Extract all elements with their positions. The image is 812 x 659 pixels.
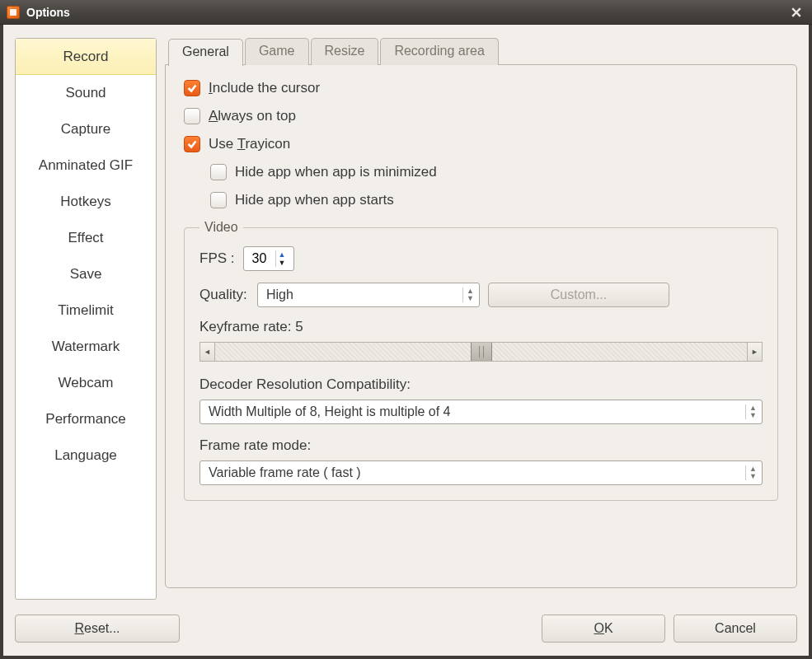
row-use-trayicon: Use Trayicon — [184, 136, 778, 152]
cancel-button-label: Cancel — [715, 621, 756, 636]
checkbox-hide-minimized[interactable] — [210, 164, 227, 180]
ok-button[interactable]: OK — [542, 615, 665, 643]
chevron-updown-icon: ▲▼ — [745, 404, 758, 419]
sidebar-item-label: Effect — [68, 230, 103, 246]
sidebar-item-label: Performance — [45, 411, 125, 428]
custom-button-label: Custom... — [551, 287, 607, 302]
fps-input[interactable] — [251, 250, 275, 267]
sidebar-item-label: Webcam — [59, 375, 114, 391]
check-icon — [186, 138, 198, 150]
sidebar-item-timelimit[interactable]: Timelimit — [16, 292, 156, 329]
label-quality: Quality: — [199, 287, 249, 303]
sidebar-item-record[interactable]: Record — [16, 39, 156, 75]
legend-video: Video — [199, 220, 243, 235]
tab-resize[interactable]: Resize — [311, 38, 379, 65]
sidebar-item-label: Watermark — [52, 339, 120, 355]
row-include-cursor: Include the cursor — [184, 80, 778, 96]
check-icon — [186, 82, 198, 94]
slider-keyframe[interactable]: ◄ ► — [199, 342, 763, 362]
tab-recording-area[interactable]: Recording area — [380, 38, 498, 65]
row-always-on-top: Always on top — [184, 108, 778, 124]
tab-strip: General Game Resize Recording area — [165, 38, 797, 65]
row-fps: FPS : ▲▼ — [199, 246, 763, 271]
sidebar-item-label: Capture — [61, 121, 110, 138]
sidebar-item-capture[interactable]: Capture — [16, 111, 156, 147]
label-fps: FPS : — [199, 250, 235, 267]
sidebar-item-label: Save — [70, 266, 102, 283]
sidebar-item-hotkeys[interactable]: Hotkeys — [16, 184, 156, 220]
window-title: Options — [26, 6, 70, 19]
chevron-updown-icon: ▲▼ — [462, 287, 476, 302]
chevron-updown-icon: ▲▼ — [745, 465, 758, 480]
bottom-bar: Reset... OK Cancel — [3, 606, 809, 656]
reset-button[interactable]: Reset... — [15, 615, 180, 643]
label-include-cursor: Include the cursor — [209, 80, 320, 96]
sidebar-item-label: Sound — [65, 85, 106, 101]
tab-body-general: Include the cursor Always on top Use Tra… — [165, 64, 797, 588]
sidebar-item-language[interactable]: Language — [16, 437, 156, 474]
sidebar-item-watermark[interactable]: Watermark — [16, 329, 156, 365]
fps-spinner[interactable]: ▲▼ — [243, 246, 294, 271]
tab-label: Recording area — [394, 44, 484, 58]
close-button[interactable] — [787, 3, 805, 21]
label-framerate: Frame rate mode: — [199, 437, 763, 454]
content-area: Record Sound Capture Anminated GIF Hotke… — [3, 25, 809, 606]
sidebar-item-performance[interactable]: Performance — [16, 401, 156, 437]
row-quality: Quality: High ▲▼ Custom... — [199, 283, 763, 307]
ok-button-label: OK — [594, 621, 613, 636]
label-always-on-top: Always on top — [209, 108, 296, 124]
sidebar-item-label: Language — [54, 447, 117, 464]
slider-thumb[interactable] — [471, 343, 492, 361]
combo-quality[interactable]: High ▲▼ — [257, 283, 480, 307]
label-use-trayicon: Use Trayicon — [209, 136, 290, 152]
sidebar-item-label: Anminated GIF — [39, 157, 133, 174]
slider-left-button[interactable]: ◄ — [200, 343, 215, 361]
fieldset-video: Video FPS : ▲▼ Quality: Hig — [184, 220, 778, 501]
spinner-arrows-icon[interactable]: ▲▼ — [275, 250, 290, 267]
custom-button[interactable]: Custom... — [488, 283, 669, 307]
sidebar-item-animated-gif[interactable]: Anminated GIF — [16, 147, 156, 184]
combo-quality-value: High — [266, 287, 293, 302]
label-decoder: Decoder Resolution Compatibility: — [199, 376, 763, 393]
tab-label: Game — [259, 44, 295, 58]
row-hide-minimized: Hide app when app is minimized — [210, 164, 778, 180]
row-hide-start: Hide app when app starts — [210, 192, 778, 208]
tab-label: Resize — [325, 44, 365, 58]
sidebar-item-label: Record — [63, 49, 109, 65]
tab-label: General — [182, 44, 229, 58]
sidebar-item-label: Hotkeys — [60, 194, 110, 210]
reset-button-label: Reset... — [74, 621, 120, 636]
combo-framerate-value: Variable frame rate ( fast ) — [209, 465, 361, 480]
main-pane: General Game Resize Recording area Inclu… — [165, 38, 797, 600]
checkbox-hide-start[interactable] — [210, 192, 227, 208]
label-keyframe: Keyframe rate: 5 — [199, 319, 763, 335]
tab-general[interactable]: General — [168, 39, 243, 66]
label-hide-minimized: Hide app when app is minimized — [235, 164, 437, 180]
tab-game[interactable]: Game — [245, 38, 309, 65]
sidebar-item-webcam[interactable]: Webcam — [16, 365, 156, 401]
checkbox-use-trayicon[interactable] — [184, 136, 200, 152]
checkbox-always-on-top[interactable] — [184, 108, 200, 124]
slider-right-button[interactable]: ► — [747, 343, 762, 361]
combo-decoder-value: Width Multiple of 8, Height is multiple … — [209, 404, 450, 419]
combo-framerate[interactable]: Variable frame rate ( fast ) ▲▼ — [199, 460, 763, 485]
sidebar-item-effect[interactable]: Effect — [16, 220, 156, 256]
window-frame: Record Sound Capture Anminated GIF Hotke… — [0, 25, 812, 659]
sidebar: Record Sound Capture Anminated GIF Hotke… — [15, 38, 157, 600]
close-icon — [791, 7, 801, 17]
sidebar-item-sound[interactable]: Sound — [16, 75, 156, 111]
slider-track[interactable] — [215, 343, 747, 361]
combo-decoder[interactable]: Width Multiple of 8, Height is multiple … — [199, 400, 763, 424]
titlebar[interactable]: Options — [0, 0, 812, 25]
checkbox-include-cursor[interactable] — [184, 80, 200, 96]
sidebar-item-save[interactable]: Save — [16, 256, 156, 292]
sidebar-item-label: Timelimit — [58, 302, 113, 319]
label-hide-start: Hide app when app starts — [235, 192, 394, 208]
app-icon — [7, 6, 20, 19]
cancel-button[interactable]: Cancel — [674, 615, 797, 643]
